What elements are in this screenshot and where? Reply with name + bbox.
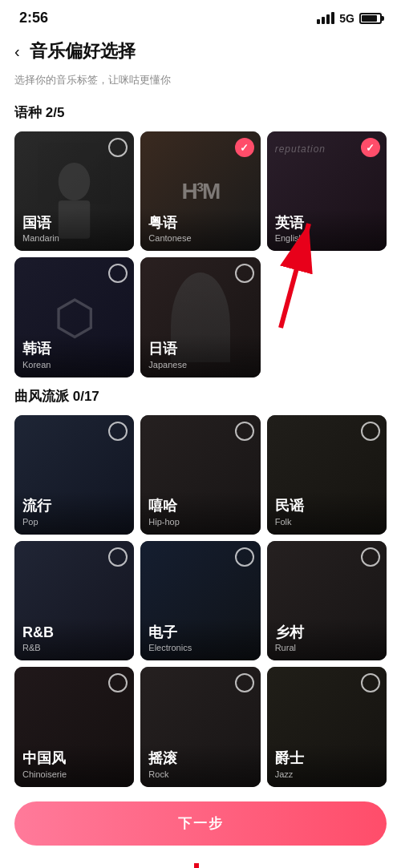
language-section-title: 语种 2/5 (0, 100, 401, 131)
genre-card-rural[interactable]: 乡村 Rural (267, 541, 387, 660)
card-zh-rock: 摇滚 (148, 750, 252, 768)
back-button[interactable]: ‹ (14, 42, 20, 61)
select-indicator-rock (235, 673, 254, 692)
language-card-english[interactable]: 英语 English (267, 131, 387, 251)
card-en-pop: Pop (22, 517, 126, 527)
card-en-mandarin: Mandarin (22, 233, 126, 243)
card-zh-hiphop: 嘻哈 (148, 498, 252, 515)
card-zh-jazz: 爵士 (275, 750, 379, 768)
language-card-mandarin[interactable]: 国语 Mandarin (14, 131, 134, 251)
signal-icon (317, 12, 334, 24)
card-zh-korean: 韩语 (22, 341, 126, 358)
card-en-korean: Korean (22, 360, 126, 369)
card-en-jazz: Jazz (275, 769, 379, 779)
card-en-japanese: Japanese (148, 360, 252, 369)
card-en-rural: Rural (275, 643, 379, 652)
card-en-hiphop: Hip-hop (148, 517, 252, 527)
genre-card-jazz[interactable]: 爵士 Jazz (267, 667, 387, 786)
select-indicator-english (361, 138, 380, 157)
bottom-bar: 下一步 (0, 792, 401, 868)
select-indicator-cantonese (235, 138, 254, 157)
select-indicator-hiphop (235, 422, 254, 441)
page-title: 音乐偏好选择 (30, 39, 136, 63)
card-zh-rnb: R&B (22, 624, 126, 642)
select-indicator-rural (361, 547, 380, 567)
next-button[interactable]: 下一步 (14, 801, 387, 846)
card-zh-japanese: 日语 (148, 341, 252, 358)
card-en-cantonese: Cantonese (148, 233, 252, 243)
genre-card-rnb[interactable]: R&B R&B (14, 541, 134, 660)
card-zh-chinoiserie: 中国风 (22, 750, 126, 768)
card-en-folk: Folk (275, 517, 379, 527)
language-grid: 国语 Mandarin 粤语 Cantonese 英语 English (0, 131, 401, 384)
card-zh-electronics: 电子 (148, 624, 252, 642)
genre-card-rock[interactable]: 摇滚 Rock (140, 667, 260, 786)
select-indicator-electronics (235, 547, 254, 567)
card-zh-english: 英语 (275, 215, 379, 232)
genre-card-chinoiserie[interactable]: 中国风 Chinoiserie (14, 667, 134, 786)
card-zh-folk: 民谣 (275, 498, 379, 515)
select-indicator-pop (108, 422, 128, 441)
network-type: 5G (339, 12, 354, 25)
language-card-cantonese[interactable]: 粤语 Cantonese (140, 131, 260, 251)
card-en-english: English (275, 233, 379, 243)
genre-card-folk[interactable]: 民谣 Folk (267, 415, 387, 535)
language-card-korean[interactable]: 韩语 Korean (14, 257, 134, 377)
language-card-japanese[interactable]: 日语 Japanese (140, 257, 260, 377)
card-zh-rural: 乡村 (275, 624, 379, 642)
genre-section-title: 曲风流派 0/17 (0, 384, 401, 415)
card-en-rock: Rock (148, 769, 252, 779)
card-zh-pop: 流行 (22, 498, 126, 515)
card-en-rnb: R&B (22, 643, 126, 652)
card-zh-mandarin: 国语 (22, 215, 126, 232)
select-indicator-japanese (235, 264, 254, 283)
battery-icon (359, 13, 382, 24)
header: ‹ 音乐偏好选择 (0, 33, 401, 73)
genre-card-hiphop[interactable]: 嘻哈 Hip-hop (140, 415, 260, 535)
card-en-electronics: Electronics (148, 643, 252, 652)
subtitle: 选择你的音乐标签，让咪咕更懂你 (0, 73, 401, 100)
status-time: 2:56 (19, 10, 48, 26)
genre-card-electronics[interactable]: 电子 Electronics (140, 541, 260, 660)
select-indicator-folk (361, 422, 380, 441)
status-bar: 2:56 5G (0, 0, 401, 33)
card-en-chinoiserie: Chinoiserie (22, 769, 126, 779)
genre-card-pop[interactable]: 流行 Pop (14, 415, 134, 535)
status-icons: 5G (317, 12, 382, 25)
card-zh-cantonese: 粤语 (148, 215, 252, 232)
